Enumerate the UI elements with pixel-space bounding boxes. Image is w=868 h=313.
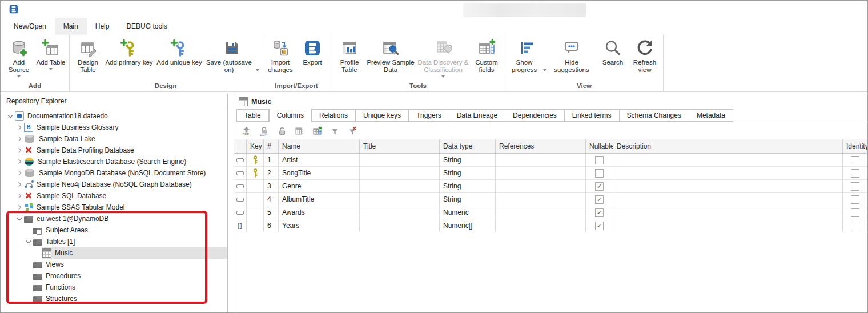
header-title[interactable]: Title bbox=[360, 139, 440, 154]
cell-data-type[interactable]: String bbox=[440, 193, 496, 206]
preview-sample-data-button[interactable]: Preview Sample Data bbox=[365, 37, 416, 81]
tab-debug-tools[interactable]: DEBUG tools bbox=[118, 18, 175, 35]
header-type[interactable] bbox=[234, 139, 247, 154]
identity-checkbox[interactable] bbox=[851, 156, 859, 164]
tree-item-functions[interactable]: Functions bbox=[1, 282, 227, 293]
tab-relations[interactable]: Relations bbox=[312, 109, 356, 122]
cell-number[interactable]: 3 bbox=[264, 180, 279, 193]
table-row[interactable]: 4 AlbumTitle String ✓ bbox=[234, 193, 867, 206]
cell-description[interactable] bbox=[613, 219, 843, 232]
lock-dep-icon[interactable]: DEP bbox=[258, 125, 270, 137]
tab-metadata[interactable]: Metadata bbox=[689, 109, 733, 122]
chevron-right-icon[interactable] bbox=[14, 171, 24, 175]
design-table-button[interactable]: Design Table bbox=[72, 37, 104, 81]
show-progress-button[interactable]: Show progress bbox=[508, 37, 546, 81]
cell-name[interactable]: Artist bbox=[279, 154, 360, 167]
cell-data-type[interactable]: String bbox=[440, 154, 496, 167]
header-key[interactable]: Key bbox=[247, 139, 264, 154]
tree-item-procedures[interactable]: Procedures bbox=[1, 270, 227, 282]
tree-item-structures[interactable]: Structures bbox=[1, 293, 227, 304]
tab-dependencies[interactable]: Dependencies bbox=[505, 109, 565, 122]
header-identity[interactable]: Identity bbox=[843, 139, 867, 154]
table-row[interactable]: 1 Artist String bbox=[234, 154, 867, 167]
move-dep-up-icon[interactable]: DEP bbox=[240, 125, 252, 137]
cell-title[interactable] bbox=[360, 206, 440, 219]
tree-item-views[interactable]: Views bbox=[1, 259, 227, 270]
tree-item-dynamodb[interactable]: eu-west-1@DynamoDB bbox=[1, 213, 227, 224]
tab-data-lineage[interactable]: Data Lineage bbox=[449, 109, 505, 122]
tree-item-music[interactable]: Music bbox=[1, 247, 227, 259]
tree-item-neo4j-db[interactable]: Sample Neo4j Database (NoSQL Graph Datab… bbox=[1, 179, 227, 190]
chevron-right-icon[interactable] bbox=[14, 194, 24, 198]
tree-item-tables[interactable]: Tables [1] bbox=[1, 236, 227, 247]
add-primary-key-button[interactable]: Add primary key bbox=[104, 37, 154, 81]
cell-name[interactable]: Genre bbox=[279, 180, 360, 193]
table-row[interactable]: 5 Awards Numeric ✓ bbox=[234, 206, 867, 219]
cell-references[interactable] bbox=[496, 167, 586, 180]
table-row[interactable]: [] 6 Years Numeric[] ✓ bbox=[234, 219, 867, 232]
identity-checkbox[interactable] bbox=[851, 195, 859, 204]
cell-description[interactable] bbox=[613, 167, 843, 180]
add-column-icon[interactable] bbox=[311, 125, 323, 137]
identity-checkbox[interactable] bbox=[851, 169, 859, 178]
chevron-right-icon[interactable] bbox=[14, 126, 24, 129]
chevron-down-icon[interactable] bbox=[14, 218, 24, 220]
cell-number[interactable]: 6 bbox=[264, 219, 279, 232]
chevron-right-icon[interactable] bbox=[14, 206, 24, 209]
cell-title[interactable] bbox=[360, 154, 440, 167]
tab-help[interactable]: Help bbox=[87, 18, 118, 35]
cell-references[interactable] bbox=[496, 193, 586, 206]
cell-data-type[interactable]: Numeric bbox=[440, 206, 496, 219]
tab-new-open[interactable]: New/Open bbox=[5, 18, 55, 35]
cell-description[interactable] bbox=[613, 193, 843, 206]
cell-number[interactable]: 1 bbox=[264, 154, 279, 167]
data-discovery-button[interactable]: Data Discovery & Classification bbox=[416, 37, 471, 81]
nullable-checkbox[interactable]: ✓ bbox=[595, 208, 604, 217]
cell-number[interactable]: 5 bbox=[264, 206, 279, 219]
search-button[interactable]: Search bbox=[597, 37, 629, 81]
export-button[interactable]: Export bbox=[296, 37, 328, 81]
header-data-type[interactable]: Data type bbox=[440, 139, 496, 154]
tab-table[interactable]: Table bbox=[236, 109, 269, 122]
tab-linked-terms[interactable]: Linked terms bbox=[565, 109, 620, 122]
cell-number[interactable]: 4 bbox=[264, 193, 279, 206]
chevron-right-icon[interactable] bbox=[14, 160, 24, 163]
tab-unique-keys[interactable]: Unique keys bbox=[356, 109, 409, 122]
nullable-checkbox[interactable]: ✓ bbox=[595, 222, 604, 230]
chevron-right-icon[interactable] bbox=[14, 183, 24, 186]
header-name[interactable]: Name bbox=[279, 139, 360, 154]
cell-title[interactable] bbox=[360, 180, 440, 193]
clear-filter-icon[interactable] bbox=[346, 125, 359, 137]
nullable-checkbox[interactable] bbox=[595, 156, 604, 164]
tree-item-elasticsearch-db[interactable]: Sample Elasticsearch Database (Search En… bbox=[1, 156, 227, 167]
cell-title[interactable] bbox=[360, 193, 440, 206]
cell-title[interactable] bbox=[360, 167, 440, 180]
import-changes-button[interactable]: Import changes bbox=[264, 37, 296, 81]
cell-name[interactable]: SongTitle bbox=[279, 167, 360, 180]
chevron-right-icon[interactable] bbox=[14, 149, 24, 152]
header-number[interactable]: # bbox=[264, 139, 279, 154]
tree-item-mongodb-db[interactable]: Sample MongoDB Database (NoSQL Document … bbox=[1, 167, 227, 179]
identity-checkbox[interactable] bbox=[851, 208, 859, 217]
cell-references[interactable] bbox=[496, 180, 586, 193]
chevron-right-icon[interactable] bbox=[14, 137, 24, 141]
identity-checkbox[interactable] bbox=[851, 222, 859, 230]
add-source-button[interactable]: Add Source bbox=[3, 37, 35, 81]
tab-columns[interactable]: Columns bbox=[269, 109, 312, 122]
cell-references[interactable] bbox=[496, 154, 586, 167]
cell-title[interactable] bbox=[360, 219, 440, 232]
profile-table-button[interactable]: Profile Table bbox=[333, 37, 365, 81]
unlock-icon[interactable] bbox=[275, 125, 288, 137]
tree-item-subject-areas[interactable]: Subject Areas bbox=[1, 224, 227, 236]
save-button[interactable]: Save (autosave on) bbox=[204, 37, 259, 81]
table-row[interactable]: 2 SongTitle String bbox=[234, 167, 867, 180]
cell-description[interactable] bbox=[613, 206, 843, 219]
cell-references[interactable] bbox=[496, 206, 586, 219]
cell-name[interactable]: AlbumTitle bbox=[279, 193, 360, 206]
header-references[interactable]: References bbox=[496, 139, 586, 154]
tree-item-data-lake[interactable]: Sample Data Lake bbox=[1, 133, 227, 145]
tree-item-sql-db[interactable]: Sample SQL Database bbox=[1, 190, 227, 202]
custom-fields-button[interactable]: Custom fields bbox=[471, 37, 503, 81]
header-nullable[interactable]: Nullable bbox=[586, 139, 613, 154]
tab-triggers[interactable]: Triggers bbox=[409, 109, 449, 122]
